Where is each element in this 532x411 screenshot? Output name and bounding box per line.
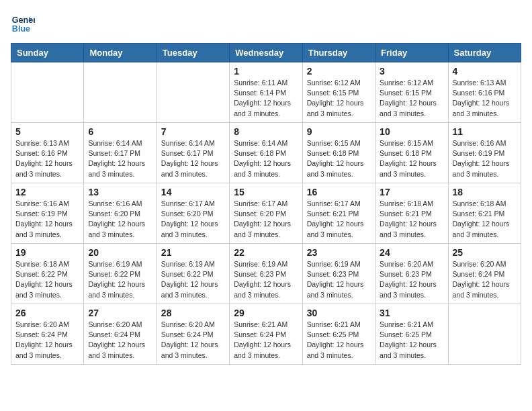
weekday-header-friday: Friday — [375, 44, 448, 62]
day-info: Sunrise: 6:19 AMSunset: 6:23 PMDaylight:… — [307, 259, 371, 300]
calendar-cell — [11, 62, 84, 123]
calendar-cell: 16Sunrise: 6:17 AMSunset: 6:21 PMDayligh… — [302, 183, 375, 244]
calendar-cell: 21Sunrise: 6:19 AMSunset: 6:22 PMDayligh… — [157, 244, 229, 304]
day-info: Sunrise: 6:20 AMSunset: 6:24 PMDaylight:… — [161, 320, 225, 361]
calendar-cell — [448, 304, 521, 365]
day-number: 2 — [307, 66, 371, 77]
svg-text:Blue: Blue — [12, 24, 30, 34]
day-number: 13 — [88, 187, 152, 197]
day-info: Sunrise: 6:15 AMSunset: 6:18 PMDaylight:… — [307, 138, 371, 179]
day-info: Sunrise: 6:18 AMSunset: 6:22 PMDaylight:… — [15, 259, 79, 300]
day-number: 21 — [161, 247, 225, 258]
day-number: 12 — [15, 187, 79, 197]
calendar-cell — [157, 62, 229, 123]
day-number: 23 — [307, 247, 371, 258]
calendar-cell: 24Sunrise: 6:20 AMSunset: 6:23 PMDayligh… — [375, 244, 448, 304]
weekday-header-saturday: Saturday — [448, 44, 521, 62]
day-number: 29 — [234, 308, 298, 318]
calendar-cell: 9Sunrise: 6:15 AMSunset: 6:18 PMDaylight… — [302, 123, 375, 183]
day-number: 15 — [234, 187, 298, 197]
day-info: Sunrise: 6:16 AMSunset: 6:19 PMDaylight:… — [15, 199, 79, 240]
day-info: Sunrise: 6:19 AMSunset: 6:23 PMDaylight:… — [234, 259, 298, 300]
calendar-cell: 18Sunrise: 6:18 AMSunset: 6:21 PMDayligh… — [448, 183, 521, 244]
calendar-cell — [84, 62, 157, 123]
day-number: 30 — [307, 308, 371, 318]
day-number: 6 — [88, 126, 152, 137]
weekday-header-tuesday: Tuesday — [157, 44, 229, 62]
day-info: Sunrise: 6:16 AMSunset: 6:19 PMDaylight:… — [453, 138, 517, 179]
calendar-cell: 6Sunrise: 6:14 AMSunset: 6:17 PMDaylight… — [84, 123, 157, 183]
calendar-cell: 26Sunrise: 6:20 AMSunset: 6:24 PMDayligh… — [11, 304, 84, 365]
day-info: Sunrise: 6:13 AMSunset: 6:16 PMDaylight:… — [15, 138, 79, 179]
calendar-cell: 5Sunrise: 6:13 AMSunset: 6:16 PMDaylight… — [11, 123, 84, 183]
calendar-cell: 29Sunrise: 6:21 AMSunset: 6:24 PMDayligh… — [230, 304, 302, 365]
logo-icon: General Blue — [11, 11, 35, 35]
calendar-cell: 20Sunrise: 6:19 AMSunset: 6:22 PMDayligh… — [84, 244, 157, 304]
day-info: Sunrise: 6:21 AMSunset: 6:24 PMDaylight:… — [234, 320, 298, 361]
day-number: 1 — [234, 66, 298, 77]
calendar-cell: 23Sunrise: 6:19 AMSunset: 6:23 PMDayligh… — [302, 244, 375, 304]
day-info: Sunrise: 6:19 AMSunset: 6:22 PMDaylight:… — [161, 259, 225, 300]
day-number: 27 — [88, 308, 152, 318]
day-info: Sunrise: 6:17 AMSunset: 6:20 PMDaylight:… — [234, 199, 298, 240]
day-number: 8 — [234, 126, 298, 137]
day-info: Sunrise: 6:14 AMSunset: 6:18 PMDaylight:… — [234, 138, 298, 179]
calendar-cell: 19Sunrise: 6:18 AMSunset: 6:22 PMDayligh… — [11, 244, 84, 304]
calendar-cell: 22Sunrise: 6:19 AMSunset: 6:23 PMDayligh… — [230, 244, 302, 304]
day-number: 9 — [307, 126, 371, 137]
day-number: 4 — [453, 66, 517, 77]
calendar-cell: 10Sunrise: 6:15 AMSunset: 6:18 PMDayligh… — [375, 123, 448, 183]
calendar-cell: 27Sunrise: 6:20 AMSunset: 6:24 PMDayligh… — [84, 304, 157, 365]
day-info: Sunrise: 6:18 AMSunset: 6:21 PMDaylight:… — [453, 199, 517, 240]
calendar-cell: 3Sunrise: 6:12 AMSunset: 6:15 PMDaylight… — [375, 62, 448, 123]
day-number: 7 — [161, 126, 225, 137]
day-info: Sunrise: 6:20 AMSunset: 6:24 PMDaylight:… — [15, 320, 79, 361]
week-row-2: 5Sunrise: 6:13 AMSunset: 6:16 PMDaylight… — [11, 123, 521, 183]
calendar-cell: 11Sunrise: 6:16 AMSunset: 6:19 PMDayligh… — [448, 123, 521, 183]
logo: General Blue — [11, 11, 38, 35]
day-info: Sunrise: 6:14 AMSunset: 6:17 PMDaylight:… — [161, 138, 225, 179]
day-info: Sunrise: 6:12 AMSunset: 6:15 PMDaylight:… — [380, 78, 443, 119]
day-number: 26 — [15, 308, 79, 318]
day-number: 18 — [453, 187, 517, 197]
day-number: 31 — [380, 308, 443, 318]
day-number: 20 — [88, 247, 152, 258]
page-header: General Blue — [11, 11, 521, 35]
weekday-header-row: SundayMondayTuesdayWednesdayThursdayFrid… — [11, 44, 521, 62]
day-number: 10 — [380, 126, 443, 137]
calendar-cell: 12Sunrise: 6:16 AMSunset: 6:19 PMDayligh… — [11, 183, 84, 244]
day-number: 17 — [380, 187, 443, 197]
calendar-cell: 2Sunrise: 6:12 AMSunset: 6:15 PMDaylight… — [302, 62, 375, 123]
day-number: 22 — [234, 247, 298, 258]
day-number: 11 — [453, 126, 517, 137]
weekday-header-wednesday: Wednesday — [230, 44, 302, 62]
calendar-cell: 31Sunrise: 6:21 AMSunset: 6:25 PMDayligh… — [375, 304, 448, 365]
day-number: 24 — [380, 247, 443, 258]
calendar-cell: 1Sunrise: 6:11 AMSunset: 6:14 PMDaylight… — [230, 62, 302, 123]
day-number: 19 — [15, 247, 79, 258]
week-row-4: 19Sunrise: 6:18 AMSunset: 6:22 PMDayligh… — [11, 244, 521, 304]
day-info: Sunrise: 6:14 AMSunset: 6:17 PMDaylight:… — [88, 138, 152, 179]
day-number: 14 — [161, 187, 225, 197]
day-number: 25 — [453, 247, 517, 258]
day-info: Sunrise: 6:21 AMSunset: 6:25 PMDaylight:… — [380, 320, 443, 361]
calendar-cell: 17Sunrise: 6:18 AMSunset: 6:21 PMDayligh… — [375, 183, 448, 244]
day-info: Sunrise: 6:13 AMSunset: 6:16 PMDaylight:… — [453, 78, 517, 119]
calendar-cell: 14Sunrise: 6:17 AMSunset: 6:20 PMDayligh… — [157, 183, 229, 244]
calendar-cell: 7Sunrise: 6:14 AMSunset: 6:17 PMDaylight… — [157, 123, 229, 183]
calendar-table: SundayMondayTuesdayWednesdayThursdayFrid… — [11, 43, 521, 365]
calendar-cell: 25Sunrise: 6:20 AMSunset: 6:24 PMDayligh… — [448, 244, 521, 304]
day-number: 3 — [380, 66, 443, 77]
day-info: Sunrise: 6:16 AMSunset: 6:20 PMDaylight:… — [88, 199, 152, 240]
day-info: Sunrise: 6:12 AMSunset: 6:15 PMDaylight:… — [307, 78, 371, 119]
calendar-cell: 28Sunrise: 6:20 AMSunset: 6:24 PMDayligh… — [157, 304, 229, 365]
day-info: Sunrise: 6:11 AMSunset: 6:14 PMDaylight:… — [234, 78, 298, 119]
weekday-header-sunday: Sunday — [11, 44, 84, 62]
day-info: Sunrise: 6:17 AMSunset: 6:20 PMDaylight:… — [161, 199, 225, 240]
day-info: Sunrise: 6:17 AMSunset: 6:21 PMDaylight:… — [307, 199, 371, 240]
day-info: Sunrise: 6:20 AMSunset: 6:24 PMDaylight:… — [453, 259, 517, 300]
day-info: Sunrise: 6:19 AMSunset: 6:22 PMDaylight:… — [88, 259, 152, 300]
day-info: Sunrise: 6:20 AMSunset: 6:24 PMDaylight:… — [88, 320, 152, 361]
day-info: Sunrise: 6:20 AMSunset: 6:23 PMDaylight:… — [380, 259, 443, 300]
calendar-cell: 15Sunrise: 6:17 AMSunset: 6:20 PMDayligh… — [230, 183, 302, 244]
